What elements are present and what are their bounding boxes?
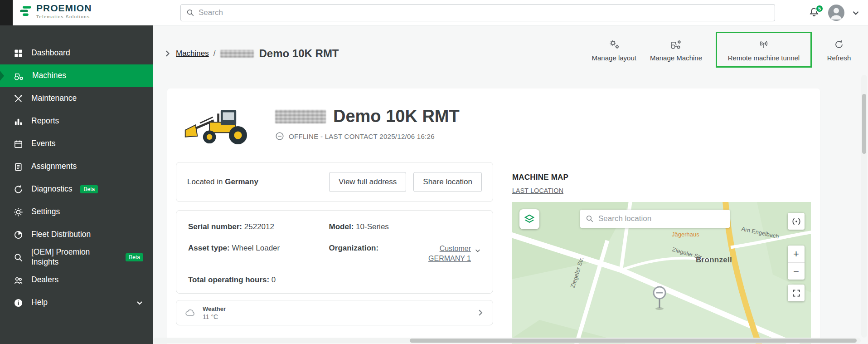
map-fullscreen-button[interactable]: [788, 285, 805, 301]
zoom-out-button[interactable]: −: [788, 263, 805, 280]
asset-type-label: Asset type:: [188, 244, 230, 252]
sidebar-item-machines[interactable]: Machines: [0, 64, 153, 87]
manage-machine-button[interactable]: Manage Machine: [650, 39, 702, 62]
breadcrumb-chevron-icon[interactable]: [163, 49, 171, 58]
search-input[interactable]: [199, 8, 769, 17]
machine-status: OFFLINE - LAST CONTACT 2025/12/06 16:26: [275, 132, 460, 141]
model-field: Model: 10-Series: [329, 222, 481, 231]
notifications-button[interactable]: 5: [808, 6, 821, 19]
manage-layout-button[interactable]: Manage layout: [592, 39, 636, 62]
machine-map-section: MACHINE MAP LAST LOCATION Hotel Gasthof: [512, 162, 811, 344]
horizontal-scrollbar[interactable]: [153, 338, 861, 344]
vertical-scrollbar[interactable]: [861, 75, 867, 338]
tractor-icon: [14, 71, 24, 81]
annotation-highlight-box: Remote machine tunnel: [716, 32, 812, 68]
asset-type-field: Asset type: Wheel Loader: [188, 244, 329, 263]
sidebar-item-label: Diagnostics: [31, 184, 72, 194]
weather-row[interactable]: Weather 11 °C: [176, 300, 493, 325]
sidebar-item-maintenance[interactable]: Maintenance: [0, 87, 153, 110]
sidebar-item-help[interactable]: Help: [0, 291, 153, 314]
toolbar-label: Remote machine tunnel: [728, 54, 800, 62]
sidebar-item-dealers[interactable]: Dealers: [0, 269, 153, 291]
toolbar-label: Manage layout: [592, 54, 636, 62]
serial-number-label: Serial number:: [188, 222, 242, 231]
redacted-text: [220, 50, 254, 58]
sidebar-item-label: [OEM] Proemion Insights: [31, 247, 104, 267]
clipboard-icon: [14, 162, 23, 172]
sidebar-item-settings[interactable]: Settings: [0, 201, 153, 223]
refresh-button[interactable]: Refresh: [825, 39, 853, 62]
machine-header: Demo 10K RMT OFFLINE - LAST CONTACT 2025…: [183, 104, 460, 147]
model-value: 10-Series: [356, 222, 389, 231]
global-search[interactable]: [180, 4, 775, 21]
sidebar-item-label: Settings: [31, 207, 60, 217]
sidebar-item-diagnostics[interactable]: Diagnostics Beta: [0, 178, 153, 201]
gears-icon: [608, 39, 620, 50]
logo-subtitle: Telematics Solutions: [36, 14, 92, 19]
info-icon: [14, 298, 23, 308]
operating-hours-value: 0: [272, 275, 276, 284]
machine-title: Demo 10K RMT: [333, 107, 460, 126]
sidebar-item-label: Fleet Distribution: [31, 230, 91, 240]
organization-chevron-down-icon[interactable]: [475, 247, 481, 254]
sidebar: Dashboard Machines Maintenance Reports E…: [0, 25, 153, 344]
notification-count-badge: 5: [815, 5, 824, 13]
last-location-link[interactable]: LAST LOCATION: [512, 187, 563, 194]
search-icon: [586, 215, 594, 223]
model-label: Model:: [329, 222, 354, 231]
map-layers-button[interactable]: [519, 209, 539, 229]
view-full-address-button[interactable]: View full address: [329, 172, 406, 192]
sidebar-item-label: Machines: [32, 71, 66, 81]
sidebar-item-assignments[interactable]: Assignments: [0, 155, 153, 178]
zoom-in-button[interactable]: +: [788, 246, 805, 262]
remote-machine-tunnel-button[interactable]: Remote machine tunnel: [725, 39, 802, 62]
asset-type-value: Wheel Loader: [232, 244, 280, 252]
window-edge: [0, 0, 13, 25]
sidebar-item-label: Events: [31, 139, 56, 149]
sidebar-item-label: Reports: [31, 116, 59, 126]
operating-hours-label: Total operating hours:: [188, 275, 269, 284]
sidebar-item-label: Maintenance: [31, 93, 77, 103]
redacted-text: [275, 110, 326, 123]
sidebar-item-label: Dealers: [31, 275, 58, 285]
sidebar-item-reports[interactable]: Reports: [0, 110, 153, 133]
vertical-scrollbar-thumb[interactable]: [862, 94, 866, 154]
organization-label: Organization:: [329, 244, 379, 253]
sidebar-item-label: Help: [31, 298, 48, 308]
sidebar-item-dashboard[interactable]: Dashboard: [0, 42, 153, 64]
organization-link[interactable]: Customer GERMANY 1: [428, 245, 471, 262]
map-search-box[interactable]: [580, 210, 730, 228]
share-location-button[interactable]: Share location: [413, 172, 482, 192]
avatar[interactable]: [828, 5, 844, 21]
cloud-icon: [184, 308, 196, 318]
logo-text: PROEMION: [36, 3, 92, 13]
account-chevron-down-icon[interactable]: [852, 9, 860, 17]
toolbar-label: Manage Machine: [650, 54, 702, 62]
map-search-input[interactable]: [598, 214, 724, 223]
located-in-label: Located in: [187, 177, 223, 186]
horizontal-scrollbar-thumb[interactable]: [410, 339, 857, 343]
breadcrumb-current: Demo 10K RMT: [259, 47, 339, 60]
chevron-right-icon: [476, 309, 485, 317]
antenna-broadcast-icon: [758, 39, 770, 50]
serial-number-field: Serial number: 2522012: [188, 222, 329, 231]
machine-details-box: Serial number: 2522012 Model: 10-Series …: [176, 210, 493, 294]
sidebar-item-fleet-distribution[interactable]: Fleet Distribution: [0, 223, 153, 246]
sidebar-item-events[interactable]: Events: [0, 133, 153, 155]
offline-status-icon: [275, 132, 284, 141]
proemion-logo: PROEMION Telematics Solutions: [19, 3, 92, 19]
map-canvas[interactable]: Hotel Gasthof Jägerhaus Am Engelbach Zie…: [512, 202, 811, 344]
last-location-pin[interactable]: [649, 285, 670, 312]
sidebar-item-oem-proemion-insights[interactable]: [OEM] Proemion Insights Beta: [0, 246, 153, 269]
location-box: Located in Germany View full address Sha…: [176, 162, 493, 202]
weather-label: Weather: [203, 305, 226, 312]
breadcrumb-machines-link[interactable]: Machines: [176, 49, 209, 58]
map-town-label: Bronnzell: [696, 256, 732, 265]
insights-magnifier-icon: [14, 253, 23, 262]
map-locate-button[interactable]: [788, 213, 805, 230]
beta-badge: Beta: [126, 253, 143, 261]
diagnostics-icon: [14, 185, 23, 194]
map-poi-label: Jägerhaus: [672, 231, 699, 238]
people-icon: [14, 275, 23, 285]
dashboard-icon: [14, 49, 23, 58]
